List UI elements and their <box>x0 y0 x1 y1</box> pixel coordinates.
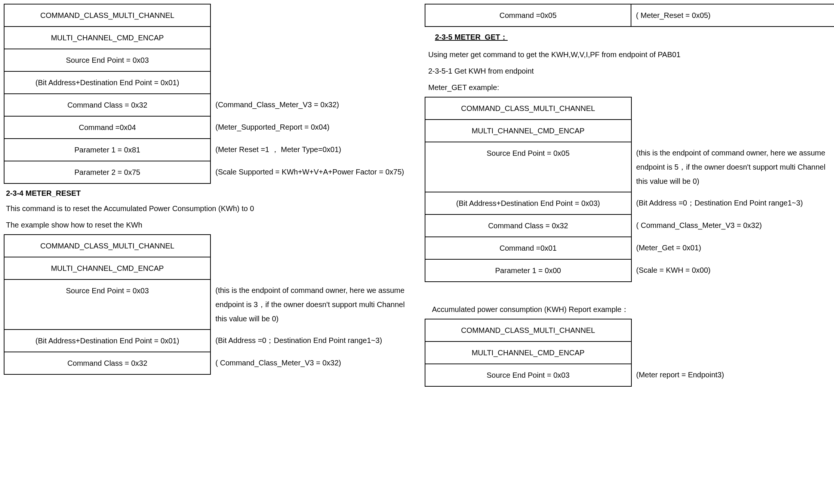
table-row: Command Class = 0x32 ( Command_Class_Met… <box>4 352 417 374</box>
left-column: COMMAND_CLASS_MULTI_CHANNEL MULTI_CHANNE… <box>4 4 417 390</box>
cell-left: Command =0x05 <box>425 4 631 27</box>
cell-left: MULTI_CHANNEL_CMD_ENCAP <box>425 341 631 364</box>
table-row: COMMAND_CLASS_MULTI_CHANNEL <box>4 235 417 257</box>
cell-left: MULTI_CHANNEL_CMD_ENCAP <box>425 120 631 142</box>
cell-left: Parameter 2 = 0x75 <box>4 161 210 183</box>
section-text: The example show how to reset the KWh <box>6 218 417 232</box>
table-row: Source End Point = 0x03 (Meter report = … <box>425 364 834 386</box>
cell-right: ( Command_Class_Meter_V3 = 0x32) <box>631 214 834 237</box>
page-container: COMMAND_CLASS_MULTI_CHANNEL MULTI_CHANNE… <box>4 4 834 390</box>
cell-left: COMMAND_CLASS_MULTI_CHANNEL <box>425 319 631 341</box>
cell-right-empty <box>631 97 834 142</box>
table-row: Command =0x01 (Meter_Get = 0x01) <box>425 237 834 259</box>
table-kwh-report: COMMAND_CLASS_MULTI_CHANNEL MULTI_CHANNE… <box>425 319 834 387</box>
cell-right: (Meter_Get = 0x01) <box>631 237 834 259</box>
cell-right: (Bit Address =0；Destination End Point ra… <box>210 330 417 352</box>
cell-right: (Bit Address =0；Destination End Point ra… <box>631 192 834 214</box>
table-row: Parameter 1 = 0x00 (Scale = KWH = 0x00) <box>425 259 834 282</box>
cell-left: Command Class = 0x32 <box>4 352 210 374</box>
table-row: COMMAND_CLASS_MULTI_CHANNEL <box>4 4 417 27</box>
cell-left: COMMAND_CLASS_MULTI_CHANNEL <box>4 4 210 27</box>
right-column: Command =0x05 ( Meter_Reset = 0x05) 2-3-… <box>425 4 834 390</box>
cell-left: COMMAND_CLASS_MULTI_CHANNEL <box>425 97 631 120</box>
section-text: Meter_GET example: <box>428 80 834 95</box>
cell-left: Source End Point = 0x03 <box>4 279 210 330</box>
cell-right: (Command_Class_Meter_V3 = 0x32) <box>210 94 417 116</box>
cell-right: (Scale = KWH = 0x00) <box>631 259 834 282</box>
cell-right: (Meter Reset =1 ， Meter Type=0x01) <box>210 139 417 161</box>
cell-left: Command Class = 0x32 <box>4 94 210 116</box>
cell-left: Source End Point = 0x03 <box>4 49 210 71</box>
table-row: Source End Point = 0x05 (this is the end… <box>425 142 834 192</box>
cell-right: ( Command_Class_Meter_V3 = 0x32) <box>210 352 417 374</box>
cell-left: (Bit Address+Destination End Point = 0x0… <box>4 330 210 352</box>
table-row: Source End Point = 0x03 (this is the end… <box>4 279 417 330</box>
cell-left: (Bit Address+Destination End Point = 0x0… <box>4 71 210 94</box>
table-row: Command =0x04 (Meter_Supported_Report = … <box>4 116 417 139</box>
section-text: Accumulated power consumption (KWH) Repo… <box>432 302 834 316</box>
table-meter-supported-report: COMMAND_CLASS_MULTI_CHANNEL MULTI_CHANNE… <box>4 4 417 184</box>
cell-left: Command =0x01 <box>425 237 631 259</box>
cell-left: Command =0x04 <box>4 116 210 139</box>
cell-right: (Meter report = Endpoint3) <box>631 364 834 386</box>
cell-left: Source End Point = 0x03 <box>425 364 631 386</box>
cell-right-empty <box>631 319 834 364</box>
cell-left: Source End Point = 0x05 <box>425 142 631 192</box>
section-heading-235: 2-3-5 METER_GET： <box>435 32 834 42</box>
table-row: COMMAND_CLASS_MULTI_CHANNEL <box>425 97 834 120</box>
cell-left: MULTI_CHANNEL_CMD_ENCAP <box>4 257 210 279</box>
cell-left: MULTI_CHANNEL_CMD_ENCAP <box>4 27 210 49</box>
cell-right-empty <box>210 235 417 279</box>
cell-left: Parameter 1 = 0x81 <box>4 139 210 161</box>
table-row: Command Class = 0x32 (Command_Class_Mete… <box>4 94 417 116</box>
cell-right: (this is the endpoint of command owner, … <box>631 142 834 192</box>
table-row: Command Class = 0x32 ( Command_Class_Met… <box>425 214 834 237</box>
table-row: (Bit Address+Destination End Point = 0x0… <box>425 192 834 214</box>
section-heading-234: 2-3-4 METER_RESET <box>6 189 417 198</box>
section-text: 2-3-5-1 Get KWH from endpoint <box>428 64 834 78</box>
table-row: (Bit Address+Destination End Point = 0x0… <box>4 330 417 352</box>
cell-left: Command Class = 0x32 <box>425 214 631 237</box>
cell-right: (Meter_Supported_Report = 0x04) <box>210 116 417 139</box>
table-meter-reset: COMMAND_CLASS_MULTI_CHANNEL MULTI_CHANNE… <box>4 234 417 375</box>
table-row: COMMAND_CLASS_MULTI_CHANNEL <box>425 319 834 341</box>
cell-left: Parameter 1 = 0x00 <box>425 259 631 282</box>
cell-left: COMMAND_CLASS_MULTI_CHANNEL <box>4 235 210 257</box>
cell-right: (this is the endpoint of command owner, … <box>210 279 417 330</box>
table-reset-command-row: Command =0x05 ( Meter_Reset = 0x05) <box>425 4 834 27</box>
table-row: Command =0x05 ( Meter_Reset = 0x05) <box>425 4 834 27</box>
section-text: This command is to reset the Accumulated… <box>6 201 417 216</box>
table-meter-get: COMMAND_CLASS_MULTI_CHANNEL MULTI_CHANNE… <box>425 97 834 282</box>
cell-right-empty <box>210 4 417 94</box>
table-row: Parameter 2 = 0x75 (Scale Supported = KW… <box>4 161 417 183</box>
cell-right: (Scale Supported = KWh+W+V+A+Power Facto… <box>210 161 417 183</box>
section-text: Using meter get command to get the KWH,W… <box>428 47 834 62</box>
cell-right: ( Meter_Reset = 0x05) <box>631 4 834 27</box>
table-row: Parameter 1 = 0x81 (Meter Reset =1 ， Met… <box>4 139 417 161</box>
cell-left: (Bit Address+Destination End Point = 0x0… <box>425 192 631 214</box>
